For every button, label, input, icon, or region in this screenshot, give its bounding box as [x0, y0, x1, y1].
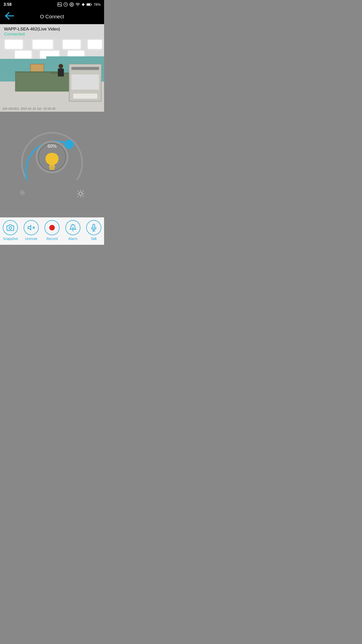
- video-feed[interactable]: [HD-001462] 2019-01-19 Sat 15:58:05: [0, 39, 104, 112]
- light-panel-3: [63, 40, 80, 49]
- svg-rect-10: [50, 168, 55, 170]
- nav-record[interactable]: Record: [44, 220, 60, 241]
- header-title: O Connect: [40, 14, 64, 20]
- record-dot: [49, 225, 55, 230]
- svg-point-35: [73, 229, 73, 229]
- printer: [69, 64, 102, 102]
- wifi-icon: [75, 2, 80, 7]
- nav-alarm[interactable]: Alarm: [65, 220, 80, 241]
- microphone-icon: [90, 224, 98, 231]
- snapshot-icon-circle[interactable]: [3, 220, 18, 235]
- talk-label: Talk: [90, 237, 97, 241]
- svg-rect-5: [91, 4, 92, 5]
- brightness-percentage: 60%: [48, 144, 57, 149]
- status-time: 3:58: [4, 2, 12, 7]
- status-bar: 3:58 78%: [0, 0, 104, 9]
- gallery-icon: [57, 2, 62, 7]
- dial-container[interactable]: 60%: [14, 119, 90, 195]
- nav-talk[interactable]: Talk: [86, 220, 101, 241]
- battery-pct: 78%: [94, 3, 101, 7]
- record-label: Record: [46, 237, 58, 241]
- alarm-icon-circle[interactable]: [65, 220, 80, 235]
- nav-unmute[interactable]: Unmute: [24, 220, 39, 241]
- camera-icon: [7, 224, 14, 231]
- alarm-label: Alarm: [68, 237, 78, 241]
- volume-mute-icon: [27, 224, 35, 231]
- dial-handle[interactable]: [65, 140, 74, 149]
- svg-line-27: [78, 196, 79, 196]
- svg-marker-30: [28, 225, 31, 230]
- light-panel-2: [33, 40, 53, 49]
- light-panel-5: [15, 51, 31, 58]
- signal-icon: [81, 3, 85, 6]
- svg-point-29: [9, 227, 12, 229]
- person: [58, 64, 64, 76]
- svg-line-26: [83, 196, 83, 196]
- svg-point-3: [71, 4, 72, 5]
- back-button[interactable]: [4, 12, 14, 22]
- device-status: Connected: [4, 32, 100, 37]
- control-area: 60%: [0, 112, 104, 217]
- settings-icon: [69, 2, 74, 7]
- snapshot-label: Snapshot: [3, 237, 18, 241]
- battery-icon: [86, 3, 92, 6]
- light-panel-1: [5, 40, 23, 49]
- svg-rect-9: [49, 166, 55, 168]
- alarm-icon: [69, 224, 77, 231]
- clock-icon: [63, 2, 68, 7]
- record-icon-circle[interactable]: [44, 220, 60, 235]
- light-panel-4: [88, 40, 102, 49]
- nav-snapshot[interactable]: Snapshot: [3, 220, 18, 241]
- device-name: WAPP-LSEA-462(Live Video): [4, 27, 100, 32]
- lightbulb-icon: [42, 150, 62, 171]
- video-timestamp: [HD-001462] 2019-01-19 Sat 15:58:05: [2, 107, 55, 110]
- video-scene: [HD-001462] 2019-01-19 Sat 15:58:05: [0, 39, 104, 112]
- header: O Connect: [0, 9, 104, 24]
- lightbulb-display: 60%: [42, 144, 62, 171]
- bottom-nav: Snapshot Unmute Record: [0, 217, 104, 245]
- talk-icon-circle[interactable]: [86, 220, 101, 235]
- status-icons: 78%: [57, 2, 101, 7]
- unmute-icon-circle[interactable]: [24, 220, 39, 235]
- device-info: WAPP-LSEA-462(Live Video) Connected: [0, 24, 104, 39]
- svg-rect-6: [87, 4, 90, 6]
- unmute-label: Unmute: [25, 237, 37, 241]
